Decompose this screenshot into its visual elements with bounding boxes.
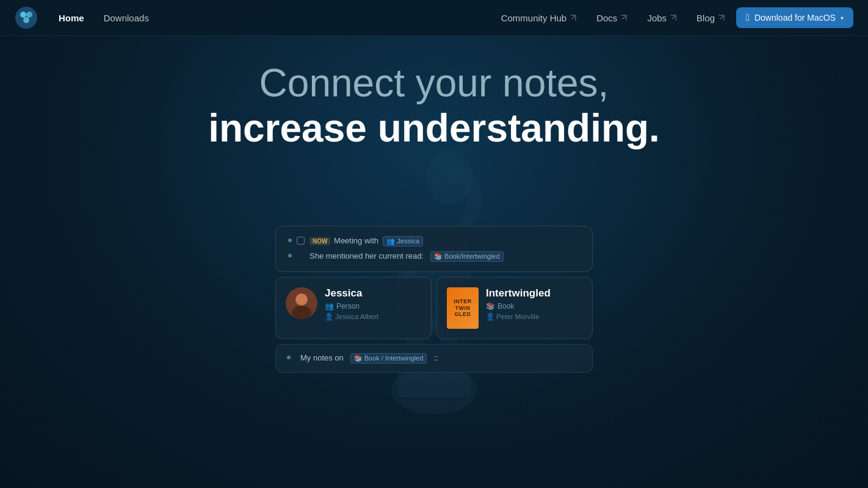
- tag-book-intertwingled[interactable]: 📚 Book/Intertwingled: [430, 251, 504, 262]
- hero-title-line2: increase understanding.: [208, 106, 660, 151]
- nav-home[interactable]: Home: [50, 9, 93, 27]
- note-card-bottom: My notes on 📚 Book / Intertwingled ::: [275, 344, 593, 373]
- nav-blog[interactable]: Blog: [688, 9, 734, 27]
- note-checkbox[interactable]: [297, 237, 305, 245]
- book-name: Intertwingled: [486, 287, 582, 300]
- entity-card-intertwingled[interactable]: INTERTWINGLED Intertwingled 📚 Book 👤 Pet…: [436, 277, 593, 339]
- nav-downloads[interactable]: Downloads: [95, 9, 157, 27]
- note-item-my-notes: My notes on 📚 Book / Intertwingled ::: [287, 353, 581, 364]
- jessica-meta-icon: 👥: [325, 302, 334, 310]
- svg-point-15: [296, 294, 307, 305]
- book-cover-intertwingled: INTERTWINGLED: [447, 287, 479, 329]
- entity-cards-row: Jessica 👥 Person 👤 Jessica Albert INTERT…: [275, 277, 593, 339]
- hero-title: Connect your notes, increase understandi…: [208, 61, 660, 151]
- note-bullet-dot-bottom: [287, 356, 291, 359]
- navbar: Home Downloads Community Hub Docs Jobs B…: [0, 0, 868, 36]
- jessica-name: Jessica: [325, 287, 421, 300]
- note-bullet-dot-2: [288, 254, 292, 257]
- entity-card-jessica[interactable]: Jessica 👥 Person 👤 Jessica Albert: [275, 277, 432, 339]
- note-card-top: NOW Meeting with 👥 Jessica She mentioned…: [275, 226, 593, 272]
- apple-icon: : [746, 12, 750, 23]
- download-button[interactable]:  Download for MacOS ▾: [736, 7, 853, 28]
- tag-jessica[interactable]: 👥 Jessica: [383, 236, 423, 246]
- book-sub-icon: 👤: [486, 312, 494, 321]
- book-sub: 👤 Peter Morville: [486, 312, 582, 321]
- book-cover-text: INTERTWINGLED: [454, 298, 472, 318]
- nav-jobs[interactable]: Jobs: [638, 9, 685, 27]
- jessica-info: Jessica 👥 Person 👤 Jessica Albert: [325, 287, 421, 321]
- book-meta-icon: 📚: [486, 302, 495, 310]
- hero-section: Connect your notes, increase understandi…: [0, 0, 868, 488]
- nav-left-links: Home Downloads: [50, 9, 157, 27]
- nav-community-hub[interactable]: Community Hub: [493, 9, 586, 27]
- nav-right-links: Community Hub Docs Jobs Blog  Downlo: [493, 7, 853, 28]
- demo-cards-area: NOW Meeting with 👥 Jessica She mentioned…: [275, 226, 593, 373]
- nav-docs[interactable]: Docs: [588, 9, 636, 27]
- note-bullet-dot: [288, 239, 292, 242]
- note-item-meeting: NOW Meeting with 👥 Jessica: [288, 236, 580, 246]
- book-meta: 📚 Book: [486, 302, 582, 310]
- jessica-sub-icon: 👤: [325, 312, 333, 321]
- external-link-icon-jobs: [670, 14, 677, 21]
- external-link-icon: [570, 14, 577, 21]
- external-link-icon-docs: [620, 14, 627, 21]
- note-item-book: She mentioned her current read: 📚 Book/I…: [288, 251, 580, 262]
- tag-now: NOW: [309, 237, 330, 245]
- jessica-meta: 👥 Person: [325, 302, 421, 310]
- jessica-avatar: [286, 287, 317, 319]
- chevron-down-icon: ▾: [841, 15, 844, 21]
- hero-title-line1: Connect your notes,: [208, 61, 660, 106]
- book-info: Intertwingled 📚 Book 👤 Peter Morville: [486, 287, 582, 321]
- app-logo[interactable]: [15, 6, 38, 29]
- tag-book-intertwingled-bottom[interactable]: 📚 Book / Intertwingled: [350, 353, 427, 364]
- external-link-icon-blog: [718, 14, 725, 21]
- jessica-sub: 👤 Jessica Albert: [325, 312, 421, 321]
